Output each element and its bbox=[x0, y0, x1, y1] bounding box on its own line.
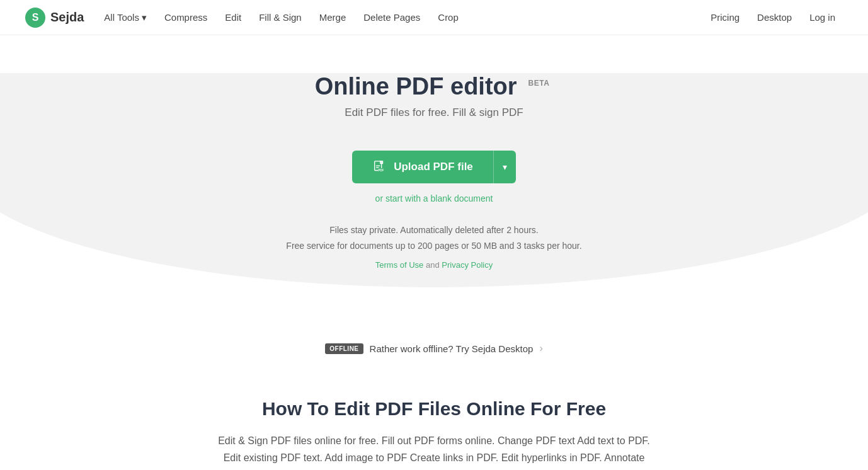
chevron-right-icon: › bbox=[539, 343, 542, 354]
nav-pricing[interactable]: Pricing bbox=[703, 8, 747, 26]
blank-document-link[interactable]: or start with a blank document bbox=[375, 193, 493, 203]
nav-fill-sign[interactable]: Fill & Sign bbox=[251, 8, 309, 26]
logo-icon: S bbox=[25, 8, 45, 28]
terms-links: Terms of Use and Privacy Policy bbox=[0, 258, 868, 272]
pdf-file-icon: PDF bbox=[372, 160, 386, 174]
nav-merge[interactable]: Merge bbox=[312, 8, 354, 26]
hero-subtitle: Edit PDF files for free. Fill & sign PDF bbox=[0, 106, 868, 119]
info-section: Files stay private. Automatically delete… bbox=[0, 222, 868, 273]
bottom-title: How To Edit PDF Files Online For Free bbox=[126, 398, 742, 420]
upload-btn-group: PDF Upload PDF file ▾ bbox=[352, 151, 516, 183]
offline-banner[interactable]: OFFLINE Rather work offline? Try Sejda D… bbox=[325, 343, 542, 354]
nav-delete-pages[interactable]: Delete Pages bbox=[356, 8, 428, 26]
dropdown-arrow-icon: ▾ bbox=[503, 162, 507, 172]
upload-pdf-button[interactable]: PDF Upload PDF file bbox=[352, 151, 493, 183]
logo[interactable]: S Sejda bbox=[25, 8, 84, 28]
nav-right: Pricing Desktop Log in bbox=[703, 8, 843, 26]
hero-content: Online PDF editor BETA Edit PDF files fo… bbox=[0, 35, 868, 273]
hero-section: Online PDF editor BETA Edit PDF files fo… bbox=[0, 35, 868, 311]
beta-badge: BETA bbox=[525, 77, 554, 89]
nav-desktop[interactable]: Desktop bbox=[750, 8, 799, 26]
upload-section: PDF Upload PDF file ▾ or start with a bl… bbox=[0, 151, 868, 203]
offline-badge: OFFLINE bbox=[325, 343, 363, 354]
nav-left: All Tools ▾ Compress Edit Fill & Sign Me… bbox=[96, 8, 465, 27]
nav-edit[interactable]: Edit bbox=[217, 8, 249, 26]
upload-dropdown-button[interactable]: ▾ bbox=[493, 151, 516, 183]
info-line2: Free service for documents up to 200 pag… bbox=[0, 238, 868, 254]
chevron-down-icon: ▾ bbox=[142, 12, 147, 23]
bottom-section: How To Edit PDF Files Online For Free Ed… bbox=[0, 373, 868, 470]
nav-all-tools[interactable]: All Tools ▾ bbox=[96, 8, 154, 27]
nav-compress[interactable]: Compress bbox=[157, 8, 215, 26]
nav-crop[interactable]: Crop bbox=[430, 8, 466, 26]
svg-text:S: S bbox=[32, 12, 39, 23]
nav-login[interactable]: Log in bbox=[802, 8, 843, 26]
and-separator: and bbox=[426, 260, 440, 270]
logo-text: Sejda bbox=[50, 10, 84, 25]
upload-btn-label: Upload PDF file bbox=[394, 161, 473, 173]
offline-section: OFFLINE Rather work offline? Try Sejda D… bbox=[0, 342, 868, 374]
privacy-policy-link[interactable]: Privacy Policy bbox=[442, 260, 493, 270]
offline-text: Rather work offline? Try Sejda Desktop bbox=[370, 343, 534, 354]
terms-of-use-link[interactable]: Terms of Use bbox=[375, 260, 424, 270]
header: S Sejda All Tools ▾ Compress Edit Fill &… bbox=[0, 0, 868, 35]
hero-title-text: Online PDF editor bbox=[315, 73, 517, 100]
svg-text:PDF: PDF bbox=[378, 169, 384, 172]
hero-title-container: Online PDF editor BETA bbox=[0, 73, 868, 100]
info-line1: Files stay private. Automatically delete… bbox=[0, 222, 868, 238]
bottom-description: Edit & Sign PDF files online for free. F… bbox=[214, 432, 654, 470]
